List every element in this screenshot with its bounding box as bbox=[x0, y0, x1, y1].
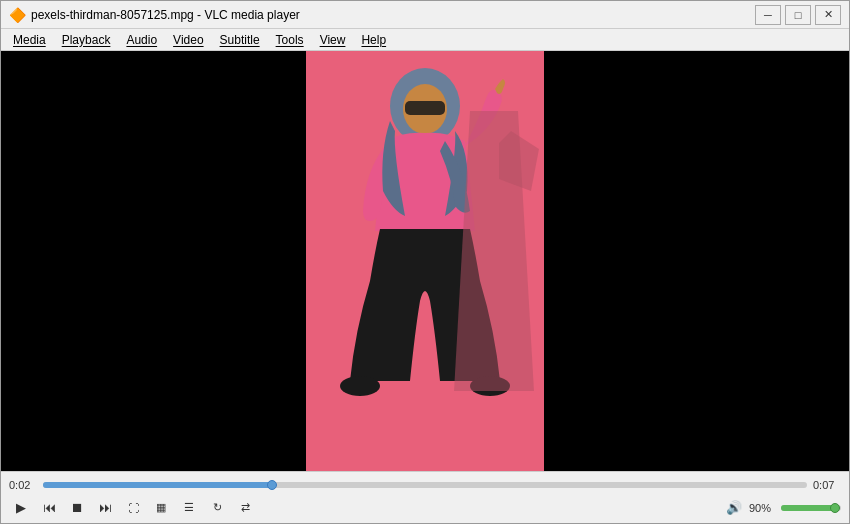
loop-button[interactable]: ↻ bbox=[205, 497, 229, 519]
close-button[interactable]: ✕ bbox=[815, 5, 841, 25]
controls-area: 0:02 0:07 ▶ ⏮ ⏹ ⏭ ⛶ ▦ ☰ ↻ ⇄ 🔊 90% bbox=[1, 471, 849, 524]
menu-playback[interactable]: Playback bbox=[54, 31, 119, 49]
app-icon: 🔶 bbox=[9, 7, 25, 23]
volume-icon-button[interactable]: 🔊 bbox=[723, 497, 745, 519]
extended-settings-button[interactable]: ▦ bbox=[149, 497, 173, 519]
volume-slider[interactable] bbox=[781, 505, 841, 511]
volume-percent: 90% bbox=[749, 502, 777, 514]
volume-fill bbox=[781, 505, 835, 511]
menu-audio[interactable]: Audio bbox=[118, 31, 165, 49]
progress-fill bbox=[43, 482, 272, 488]
buttons-row: ▶ ⏮ ⏹ ⏭ ⛶ ▦ ☰ ↻ ⇄ 🔊 90% bbox=[9, 497, 841, 519]
menu-subtitle[interactable]: Subtitle bbox=[212, 31, 268, 49]
fullscreen-button[interactable]: ⛶ bbox=[121, 497, 145, 519]
svg-rect-2 bbox=[405, 101, 445, 115]
volume-thumb bbox=[830, 503, 840, 513]
menu-bar: Media Playback Audio Video Subtitle Tool… bbox=[1, 29, 849, 51]
menu-video[interactable]: Video bbox=[165, 31, 211, 49]
video-frame[interactable] bbox=[306, 51, 544, 471]
random-button[interactable]: ⇄ bbox=[233, 497, 257, 519]
video-letterbox-right bbox=[544, 51, 849, 471]
playlist-button[interactable]: ☰ bbox=[177, 497, 201, 519]
menu-tools[interactable]: Tools bbox=[268, 31, 312, 49]
video-area bbox=[1, 51, 849, 471]
progress-bar[interactable] bbox=[43, 482, 807, 488]
window-title: pexels-thirdman-8057125.mpg - VLC media … bbox=[31, 8, 755, 22]
progress-row: 0:02 0:07 bbox=[9, 479, 841, 491]
window-controls: ─ □ ✕ bbox=[755, 5, 841, 25]
time-total: 0:07 bbox=[813, 479, 841, 491]
play-button[interactable]: ▶ bbox=[9, 497, 33, 519]
svg-point-3 bbox=[340, 376, 380, 396]
minimize-button[interactable]: ─ bbox=[755, 5, 781, 25]
progress-thumb bbox=[267, 480, 277, 490]
time-current: 0:02 bbox=[9, 479, 37, 491]
maximize-button[interactable]: □ bbox=[785, 5, 811, 25]
menu-media[interactable]: Media bbox=[5, 31, 54, 49]
stop-button[interactable]: ⏹ bbox=[65, 497, 89, 519]
video-scene bbox=[306, 51, 544, 471]
next-button[interactable]: ⏭ bbox=[93, 497, 117, 519]
menu-view[interactable]: View bbox=[312, 31, 354, 49]
volume-area: 🔊 90% bbox=[723, 497, 841, 519]
video-letterbox-left bbox=[1, 51, 306, 471]
menu-help[interactable]: Help bbox=[353, 31, 394, 49]
prev-button[interactable]: ⏮ bbox=[37, 497, 61, 519]
title-bar: 🔶 pexels-thirdman-8057125.mpg - VLC medi… bbox=[1, 1, 849, 29]
